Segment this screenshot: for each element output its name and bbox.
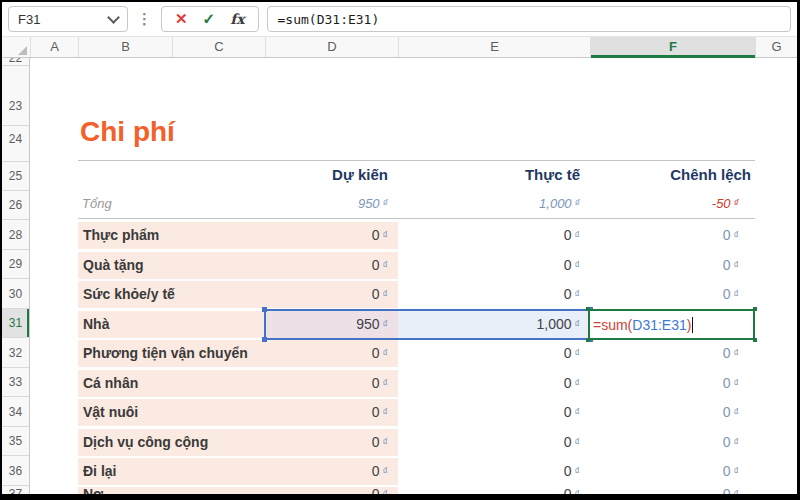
column-header-B[interactable]: B xyxy=(78,37,172,57)
column-header-actual[interactable]: Thực tế xyxy=(398,162,590,188)
cell-value: 0 xyxy=(723,434,731,450)
actual-cell[interactable]: 0₫ xyxy=(398,222,590,249)
selection-handle[interactable] xyxy=(262,337,267,342)
row-header-23[interactable]: 23 xyxy=(2,66,29,126)
row-number: 28 xyxy=(9,228,22,242)
row-header-31[interactable]: 31 xyxy=(2,309,29,338)
column-header-G[interactable]: G xyxy=(755,37,797,57)
planned-cell[interactable]: 0₫ xyxy=(265,340,398,367)
row-number: 36 xyxy=(9,464,22,478)
difference-cell[interactable]: 0₫ xyxy=(590,458,755,485)
row-header-37[interactable]: 37 xyxy=(2,486,29,494)
planned-cell[interactable]: 0₫ xyxy=(265,399,398,426)
category-label[interactable]: Nhà xyxy=(83,311,109,338)
actual-cell[interactable]: 0₫ xyxy=(398,340,590,367)
column-header-difference[interactable]: Chênh lệch xyxy=(590,162,755,188)
row-header-35[interactable]: 35 xyxy=(2,427,29,456)
planned-cell[interactable]: 0₫ xyxy=(265,252,398,279)
chevron-down-icon[interactable] xyxy=(107,11,120,24)
name-box[interactable]: F31 xyxy=(8,6,128,32)
difference-cell[interactable]: 0₫ xyxy=(590,429,755,456)
column-header-F[interactable]: F xyxy=(590,37,755,57)
actual-cell[interactable]: 0₫ xyxy=(398,399,590,426)
cancel-icon[interactable]: ✕ xyxy=(175,10,188,28)
difference-cell[interactable]: 0₫ xyxy=(590,399,755,426)
category-label[interactable]: Nợ xyxy=(83,487,103,494)
actual-cell[interactable]: 0₫ xyxy=(398,429,590,456)
actual-cell[interactable]: 0₫ xyxy=(398,458,590,485)
cell-value: 0 xyxy=(723,486,731,494)
insert-function-icon[interactable]: fx xyxy=(230,11,244,27)
currency-symbol: ₫ xyxy=(383,288,388,300)
planned-cell[interactable]: 0₫ xyxy=(265,281,398,308)
name-box-value: F31 xyxy=(18,12,40,27)
difference-cell[interactable]: 0₫ xyxy=(590,487,755,494)
total-planned-cell[interactable]: 950₫ xyxy=(265,190,398,217)
total-label[interactable]: Tổng xyxy=(82,190,112,217)
category-label[interactable]: Cá nhân xyxy=(83,370,138,397)
table-row: Thực phẩm0₫0₫0₫ xyxy=(2,222,755,249)
cell-value: 0 xyxy=(723,257,731,273)
difference-cell[interactable]: 0₫ xyxy=(590,370,755,397)
currency-symbol: ₫ xyxy=(383,347,388,359)
planned-cell[interactable]: 0₫ xyxy=(265,487,398,494)
planned-cell[interactable]: 0₫ xyxy=(265,370,398,397)
row-header-30[interactable]: 30 xyxy=(2,279,29,309)
row-header-25[interactable]: 25 xyxy=(2,162,29,191)
formula-function: =sum( xyxy=(593,317,632,333)
difference-cell[interactable]: 0₫ xyxy=(590,252,755,279)
category-label[interactable]: Dịch vụ công cộng xyxy=(83,429,208,456)
currency-symbol: ₫ xyxy=(575,347,580,359)
category-label[interactable]: Quà tặng xyxy=(83,252,144,279)
difference-cell[interactable]: 0₫ xyxy=(590,340,755,367)
column-header-A[interactable]: A xyxy=(30,37,78,57)
row-header-34[interactable]: 34 xyxy=(2,397,29,427)
planned-cell[interactable]: 0₫ xyxy=(265,429,398,456)
row-number: 31 xyxy=(9,316,22,330)
cell-value: 0 xyxy=(723,345,731,361)
row-number: 25 xyxy=(9,169,22,183)
row-header-29[interactable]: 29 xyxy=(2,250,29,279)
total-actual-cell[interactable]: 1,000₫ xyxy=(398,190,590,217)
row-number: 24 xyxy=(9,132,22,146)
accept-icon[interactable]: ✓ xyxy=(203,10,216,28)
more-options-icon[interactable]: ⋮ xyxy=(137,10,152,28)
currency-symbol: ₫ xyxy=(734,436,739,448)
row-header-26[interactable]: 26 xyxy=(2,191,29,220)
actual-cell[interactable]: 0₫ xyxy=(398,370,590,397)
cell-value: 0 xyxy=(723,463,731,479)
cell-value: 0 xyxy=(372,286,380,302)
category-label[interactable]: Thực phẩm xyxy=(83,222,159,249)
total-difference-cell[interactable]: -50₫ xyxy=(590,190,755,217)
column-header-E[interactable]: E xyxy=(398,37,590,57)
actual-cell[interactable]: 0₫ xyxy=(398,252,590,279)
difference-cell[interactable]: 0₫ xyxy=(590,281,755,308)
row-header-33[interactable]: 33 xyxy=(2,368,29,397)
selection-handle[interactable] xyxy=(262,307,267,312)
actual-cell[interactable]: 0₫ xyxy=(398,487,590,494)
cell-value: 0 xyxy=(564,486,572,494)
row-header-24[interactable]: 24 xyxy=(2,126,29,162)
category-label[interactable]: Phương tiện vận chuyển xyxy=(83,340,248,367)
actual-cell[interactable]: 0₫ xyxy=(398,281,590,308)
currency-symbol: ₫ xyxy=(575,377,580,389)
currency-symbol: ₫ xyxy=(575,488,580,494)
currency-symbol: ₫ xyxy=(575,406,580,418)
row-header-28[interactable]: 28 xyxy=(2,220,29,250)
select-all-button[interactable] xyxy=(2,37,30,57)
row-header-36[interactable]: 36 xyxy=(2,456,29,486)
category-label[interactable]: Vật nuôi xyxy=(83,399,138,426)
column-header-C[interactable]: C xyxy=(172,37,265,57)
cell-value: 0 xyxy=(723,404,731,420)
difference-cell[interactable]: 0₫ xyxy=(590,222,755,249)
column-header-planned[interactable]: Dự kiến xyxy=(265,162,398,188)
row-header-32[interactable]: 32 xyxy=(2,338,29,368)
category-label[interactable]: Sức khỏe/y tế xyxy=(83,281,175,308)
formula-input[interactable]: =sum(D31:E31) xyxy=(267,6,791,32)
row-header-22[interactable]: 22 xyxy=(2,58,29,66)
formula-edit-cell[interactable]: =sum(D31:E31) xyxy=(588,309,755,340)
column-header-D[interactable]: D xyxy=(265,37,398,57)
planned-cell[interactable]: 0₫ xyxy=(265,458,398,485)
planned-cell[interactable]: 0₫ xyxy=(265,222,398,249)
category-label[interactable]: Đi lại xyxy=(83,458,116,485)
